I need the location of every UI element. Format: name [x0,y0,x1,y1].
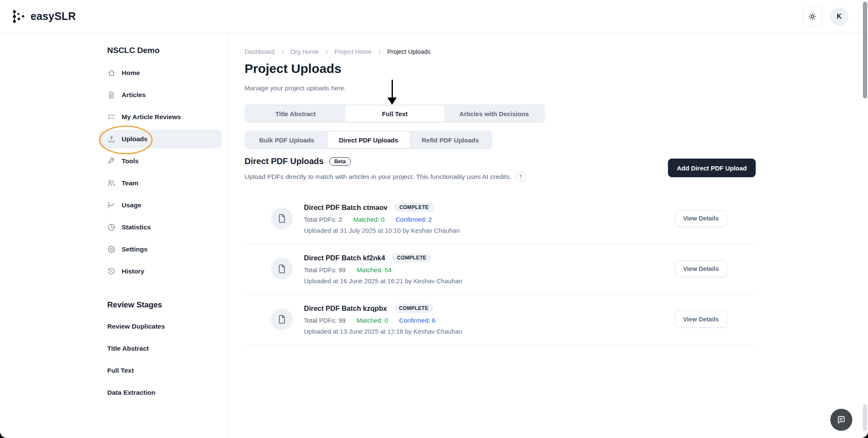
view-details-button[interactable]: View Details [675,260,727,277]
history-icon [107,267,116,276]
page-subtitle: Manage your project uploads here. [245,84,756,92]
sidebar-item-label: Tools [122,157,139,165]
gear-icon [107,245,116,254]
stage-tabs: Title Abstract Full Text Articles with D… [245,104,545,123]
review-stages-heading: Review Stages [98,300,222,310]
stat-matched: Matched: 0 [356,317,388,324]
sidebar-item-my-article-reviews[interactable]: My Article Reviews [98,108,222,126]
sidebar-item-tools[interactable]: Tools [98,152,222,170]
sidebar-item-label: History [122,268,144,275]
topbar-actions: K [803,7,849,26]
sidebar-item-settings[interactable]: Settings [98,240,222,259]
main-content: Dashboard Org Home Project Home Project … [229,33,868,438]
usage-chart-icon [107,201,116,209]
sun-icon [808,12,817,21]
beta-badge: Beta [329,157,351,166]
home-icon [107,69,116,77]
sidebar-item-label: Usage [122,201,142,209]
add-direct-pdf-upload-button[interactable]: Add Direct PDF Upload [668,159,756,177]
sidebar-item-data-extraction[interactable]: Data Extraction [98,383,222,402]
app-window: easySLR K NSCLC Demo [0,0,868,438]
chat-icon [836,415,846,425]
chevron-right-icon [323,49,330,55]
section-header: Direct PDF Uploads Beta Upload PDFs dire… [245,156,756,182]
easyslr-logo-icon [11,9,26,24]
user-avatar[interactable]: K [830,7,849,26]
sidebar-item-label: Home [122,69,140,77]
tab-articles-with-decisions[interactable]: Articles with Decisions [445,106,544,122]
project-name: NSCLC Demo [98,46,222,55]
status-badge: COMPLETE [394,304,434,313]
pie-chart-icon [107,223,116,232]
sidebar-item-label: Uploads [122,135,147,143]
stat-confirmed: Confirmed: 2 [395,216,432,223]
sidebar-item-home[interactable]: Home [98,64,222,82]
file-icon [271,258,293,280]
upload-type-tabs: Bulk PDF Uploads Direct PDF Uploads RefI… [245,131,492,149]
sidebar-item-team[interactable]: Team [98,174,222,192]
batch-row: Direct PDF Batch kzqpbx COMPLETE Total P… [245,294,756,345]
batch-uploaded-info: Uploaded at 31 July 2025 at 10:10 by Kes… [304,227,460,234]
tab-title-abstract[interactable]: Title Abstract [246,106,345,122]
sidebar-item-uploads[interactable]: Uploads [98,130,222,148]
breadcrumb-project-home[interactable]: Project Home [334,48,372,55]
tab-bulk-pdf-uploads[interactable]: Bulk PDF Uploads [246,132,328,148]
upload-icon [107,135,116,143]
status-badge: COMPLETE [392,253,432,262]
stat-total-pdfs: Total PDFs: 99 [304,317,345,324]
batch-uploaded-info: Uploaded at 16 June 2025 at 16:21 by Kes… [304,277,462,285]
breadcrumb: Dashboard Org Home Project Home Project … [245,48,756,55]
scrollbar-thumb[interactable] [863,2,867,98]
chevron-right-icon [279,49,286,55]
sidebar-item-history[interactable]: History [98,262,222,281]
brand-logo[interactable]: easySLR [11,9,76,24]
batch-name: Direct PDF Batch kf2nk4 [304,254,385,262]
tab-direct-pdf-uploads[interactable]: Direct PDF Uploads [328,132,409,148]
tab-full-text[interactable]: Full Text [345,106,444,122]
team-icon [107,179,116,187]
wrench-icon [107,157,116,165]
checklist-icon [107,113,116,121]
batch-name: Direct PDF Batch kzqpbx [304,304,387,312]
sidebar-item-statistics[interactable]: Statistics [98,218,222,237]
sidebar-item-label: Settings [122,246,147,253]
sidebar-item-label: Team [122,179,138,187]
status-badge: COMPLETE [394,203,434,212]
scrollbar-track-end[interactable] [863,404,867,431]
batch-row: Direct PDF Batch kf2nk4 COMPLETE Total P… [245,244,756,294]
chevron-right-icon [376,49,383,55]
sidebar-item-label: Articles [122,91,146,99]
file-icon [271,308,293,330]
breadcrumb-project-uploads: Project Uploads [387,48,431,55]
theme-toggle-button[interactable] [803,7,822,26]
breadcrumb-org-home[interactable]: Org Home [290,48,319,55]
stat-total-pdfs: Total PDFs: 99 [304,266,345,273]
sidebar: NSCLC Demo Home Articles [0,33,229,438]
sidebar-item-review-duplicates[interactable]: Review Duplicates [98,317,222,336]
view-details-button[interactable]: View Details [675,311,727,328]
section-title: Direct PDF Uploads [245,156,324,166]
stat-confirmed: Confirmed: 6 [399,317,436,324]
stat-matched: Matched: 0 [353,216,384,223]
help-icon[interactable]: ? [515,172,526,182]
batch-uploaded-info: Uploaded at 13 June 2025 at 12:18 by Kes… [304,328,462,335]
stat-matched: Matched: 54 [356,266,392,273]
top-bar: easySLR K [0,0,868,33]
sidebar-item-title-abstract[interactable]: Title Abstract [98,339,222,358]
batch-name: Direct PDF Batch ctmaov [304,204,387,212]
file-icon [271,207,293,229]
sidebar-item-label: My Article Reviews [122,113,181,121]
view-details-button[interactable]: View Details [675,210,727,227]
batch-row: Direct PDF Batch ctmaov COMPLETE Total P… [245,193,756,244]
breadcrumb-dashboard[interactable]: Dashboard [245,48,275,55]
sidebar-item-articles[interactable]: Articles [98,86,222,104]
page-title: Project Uploads [245,61,756,76]
chat-widget-button[interactable] [830,409,852,431]
batch-list: Direct PDF Batch ctmaov COMPLETE Total P… [245,193,756,345]
section-description: Upload PDFs directly to match with artic… [245,173,511,181]
sidebar-item-full-text[interactable]: Full Text [98,361,222,380]
article-icon [107,91,116,99]
brand-name: easySLR [31,10,76,22]
tab-refid-pdf-uploads[interactable]: RefId PDF Uploads [409,132,491,148]
sidebar-item-usage[interactable]: Usage [98,196,222,215]
